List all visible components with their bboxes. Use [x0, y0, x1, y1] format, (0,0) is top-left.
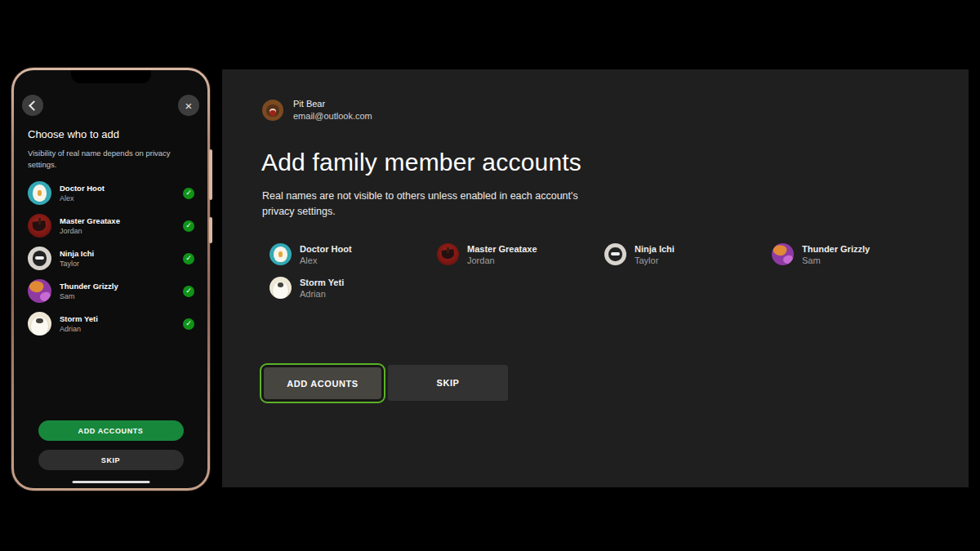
add-accounts-button-phone[interactable]: ADD ACCOUNTS: [38, 420, 184, 441]
skip-button[interactable]: SKIP: [388, 365, 508, 401]
back-button[interactable]: [22, 95, 43, 116]
member-gamertag: Doctor Hoot: [60, 184, 105, 193]
chevron-left-icon: [29, 100, 39, 111]
member-real-name: Sam: [802, 256, 870, 265]
page-title: Add family member accounts: [261, 148, 581, 177]
phone-screen: × Choose who to add Visibility of real n…: [14, 70, 207, 488]
member-avatar: [437, 243, 459, 265]
profile-email: email@outlook.com: [293, 111, 372, 121]
screenshot-stage: × Choose who to add Visibility of real n…: [0, 0, 980, 551]
member-avatar: [28, 181, 51, 205]
member-gamertag: Storm Yeti: [60, 314, 98, 323]
member-real-name: Jordan: [467, 256, 537, 265]
phone-power-button: [209, 217, 212, 243]
member-real-name: Taylor: [60, 260, 94, 268]
close-button[interactable]: ×: [178, 95, 199, 116]
profile-gamertag: Pit Bear: [293, 99, 372, 109]
member-gamertag: Doctor Hoot: [300, 244, 352, 254]
selected-check-icon[interactable]: ✓: [183, 220, 194, 232]
member-avatar: [28, 247, 51, 270]
family-member-item[interactable]: Thunder Grizzly Sam: [772, 243, 939, 265]
phone-page-subtitle: Visibility of real name depends on priva…: [28, 148, 191, 171]
selected-check-icon[interactable]: ✓: [183, 253, 194, 264]
member-real-name: Alex: [60, 194, 105, 202]
console-panel: Pit Bear email@outlook.com Add family me…: [222, 69, 969, 487]
member-gamertag: Thunder Grizzly: [60, 282, 118, 291]
selected-check-icon[interactable]: ✓: [183, 286, 194, 297]
skip-button-phone[interactable]: SKIP: [38, 450, 184, 470]
member-gamertag: Storm Yeti: [300, 278, 344, 287]
member-avatar: [604, 243, 626, 265]
family-member-item[interactable]: Doctor Hoot Alex: [270, 243, 437, 265]
phone-notch: [71, 70, 151, 83]
selected-check-icon[interactable]: ✓: [183, 318, 194, 330]
member-real-name: Sam: [60, 292, 118, 300]
add-accounts-button[interactable]: ADD ACOUNTS: [260, 363, 385, 403]
phone-volume-button: [209, 149, 212, 200]
member-real-name: Alex: [300, 256, 352, 265]
member-gamertag: Master Greataxe: [467, 244, 537, 254]
phone-page-title: Choose who to add: [28, 128, 119, 140]
phone-member-row[interactable]: Doctor Hoot Alex ✓: [28, 181, 197, 205]
member-avatar: [28, 279, 51, 303]
member-real-name: Taylor: [635, 256, 675, 265]
member-real-name: Adrian: [60, 325, 98, 333]
page-subtitle: Real names are not visible to others unl…: [262, 189, 589, 220]
member-avatar: [28, 214, 51, 238]
member-gamertag: Master Greataxe: [60, 216, 120, 225]
member-gamertag: Ninja Ichi: [60, 249, 94, 258]
add-accounts-button-label: ADD ACOUNTS: [264, 367, 381, 399]
close-icon: ×: [185, 100, 193, 112]
phone-member-row[interactable]: Ninja Ichi Taylor ✓: [28, 247, 197, 270]
member-real-name: Adrian: [300, 289, 344, 299]
phone-member-row[interactable]: Master Greataxe Jordan ✓: [28, 214, 197, 238]
member-gamertag: Ninja Ichi: [635, 244, 675, 254]
home-indicator[interactable]: [72, 481, 149, 483]
family-member-item[interactable]: Ninja Ichi Taylor: [604, 243, 772, 265]
selected-check-icon[interactable]: ✓: [183, 188, 194, 199]
phone-member-list: Doctor Hoot Alex ✓ Master Greataxe Jorda…: [28, 181, 197, 335]
family-member-item[interactable]: Storm Yeti Adrian: [270, 277, 437, 299]
member-real-name: Jordan: [60, 227, 120, 235]
member-avatar: [772, 243, 794, 265]
phone-member-row[interactable]: Thunder Grizzly Sam ✓: [28, 279, 197, 303]
signed-in-profile: Pit Bear email@outlook.com: [262, 99, 372, 121]
family-member-item[interactable]: Master Greataxe Jordan: [437, 243, 604, 265]
member-avatar: [270, 277, 292, 299]
phone-member-row[interactable]: Storm Yeti Adrian ✓: [28, 312, 197, 335]
profile-avatar: [262, 100, 283, 121]
family-member-grid: Doctor Hoot Alex Master Greataxe Jordan …: [270, 243, 956, 299]
phone-device-frame: × Choose who to add Visibility of real n…: [11, 68, 210, 491]
member-avatar: [28, 312, 51, 335]
member-gamertag: Thunder Grizzly: [802, 244, 870, 254]
member-avatar: [270, 243, 292, 265]
